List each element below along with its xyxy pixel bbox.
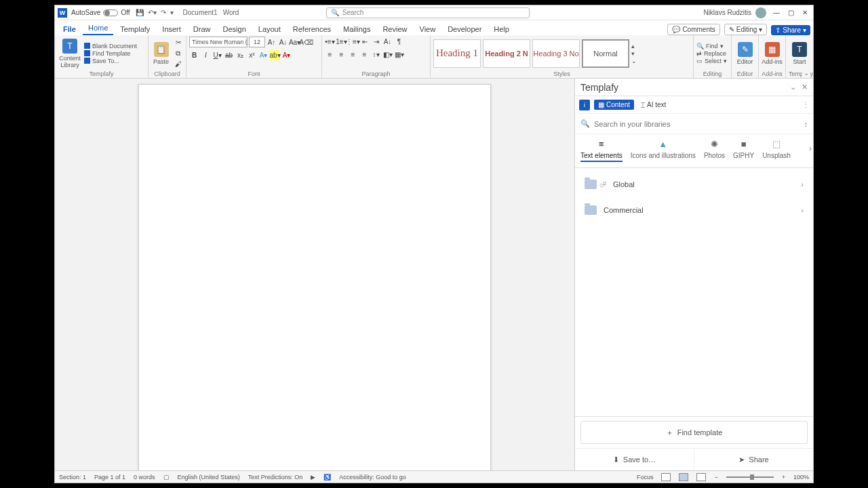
spellcheck-icon[interactable]: ▢ (163, 474, 170, 481)
close-button[interactable]: ✕ (802, 9, 808, 16)
italic-icon[interactable]: I (201, 50, 211, 60)
tab-draw[interactable]: Draw (188, 23, 216, 35)
print-layout-icon[interactable] (679, 473, 688, 481)
minimize-button[interactable]: — (773, 9, 780, 16)
collapse-ribbon-icon[interactable]: ⌄ (802, 69, 810, 77)
change-case-icon[interactable]: Aa▾ (290, 37, 300, 47)
folder-global[interactable]: ⮰ Global › (579, 172, 809, 197)
web-layout-icon[interactable] (696, 473, 706, 481)
zoom-level[interactable]: 100% (793, 474, 809, 481)
tab-mailings[interactable]: Mailings (338, 23, 376, 35)
replace-button[interactable]: ⇄Replace (696, 50, 727, 57)
find-button[interactable]: 🔍Find▾ (696, 43, 727, 49)
tab-file[interactable]: File (58, 23, 81, 35)
blank-document-button[interactable]: Blank Document (84, 43, 137, 49)
font-size-select[interactable]: 12 (249, 37, 265, 47)
addins-button[interactable]: ▦Add-ins (762, 38, 783, 69)
sort-icon[interactable]: ↕ (804, 120, 808, 128)
align-right-icon[interactable]: ≡ (348, 49, 358, 60)
content-library-button[interactable]: T Content Library (58, 38, 82, 69)
increase-indent-icon[interactable]: ⇥ (371, 37, 381, 47)
line-spacing-icon[interactable]: ↕▾ (371, 49, 381, 60)
underline-icon[interactable]: U▾ (212, 50, 222, 60)
focus-mode-button[interactable]: Focus (637, 474, 654, 481)
tab-design[interactable]: Design (218, 23, 252, 35)
info-icon[interactable]: i (579, 100, 590, 110)
status-accessibility[interactable]: Accessibility: Good to go (339, 474, 406, 481)
zoom-slider[interactable] (726, 476, 774, 478)
subscript-icon[interactable]: x₂ (235, 50, 245, 60)
page[interactable] (138, 84, 491, 470)
select-button[interactable]: ▭Select▾ (696, 58, 727, 64)
save-to-button[interactable]: Save To... (84, 58, 137, 64)
ai-text-segment[interactable]: ⌶AI text (638, 100, 669, 110)
share-button[interactable]: ⇪Share▾ (771, 25, 810, 35)
maximize-button[interactable]: ▢ (788, 9, 794, 16)
status-predictions[interactable]: Text Predictions: On (248, 474, 303, 481)
zoom-out-icon[interactable]: − (714, 474, 717, 481)
tab-references[interactable]: References (288, 23, 336, 35)
font-color-icon[interactable]: A▾ (281, 50, 292, 60)
tab-photos[interactable]: ✺ Photos (700, 138, 729, 159)
borders-icon[interactable]: ▦▾ (394, 49, 404, 60)
pane-share-button[interactable]: ➤ Share (694, 449, 813, 470)
grow-font-icon[interactable]: A↑ (267, 37, 277, 47)
find-template-button[interactable]: Find Template (84, 50, 137, 57)
autosave-toggle[interactable]: AutoSave Off (71, 9, 130, 16)
tab-icons-illustrations[interactable]: ▲ Icons and illustrations (627, 138, 700, 159)
styles-gallery-more[interactable]: ▴▾⌄ (631, 43, 637, 64)
tab-home[interactable]: Home (83, 22, 113, 35)
tab-help[interactable]: Help (488, 23, 515, 35)
status-section[interactable]: Section: 1 (59, 474, 86, 481)
status-words[interactable]: 0 words (134, 474, 155, 481)
cut-icon[interactable]: ✂ (173, 37, 183, 47)
style-heading2[interactable]: Heading 2 N (483, 39, 530, 68)
highlight-icon[interactable]: ab▾ (270, 50, 280, 60)
style-heading1[interactable]: Heading 1 (433, 39, 481, 68)
qat-more-icon[interactable]: ▾ (170, 9, 174, 16)
superscript-icon[interactable]: x² (247, 50, 257, 60)
clear-format-icon[interactable]: A⌫ (301, 37, 311, 47)
undo-icon[interactable]: ↶▾ (148, 9, 157, 16)
align-center-icon[interactable]: ≡ (336, 49, 347, 60)
tab-review[interactable]: Review (377, 23, 412, 35)
numbering-icon[interactable]: 1≡▾ (336, 37, 347, 47)
status-language[interactable]: English (United States) (178, 474, 240, 481)
editing-mode-button[interactable]: ✎Editing▾ (724, 24, 768, 35)
bullets-icon[interactable]: •≡▾ (325, 37, 335, 47)
tab-view[interactable]: View (414, 23, 441, 35)
save-icon[interactable]: 💾 (136, 9, 144, 16)
text-effects-icon[interactable]: A▾ (258, 50, 269, 60)
justify-icon[interactable]: ≡ (359, 49, 370, 60)
font-name-select[interactable]: Times New Roman (Headings) (189, 37, 248, 47)
comments-button[interactable]: 💬Comments (667, 24, 719, 35)
editor-button[interactable]: ✎Editor (734, 38, 755, 69)
status-page[interactable]: Page 1 of 1 (94, 474, 125, 481)
shrink-font-icon[interactable]: A↓ (278, 37, 288, 47)
shading-icon[interactable]: ◧▾ (382, 49, 393, 60)
search-box[interactable]: 🔍 Search (326, 7, 530, 18)
find-template-button[interactable]: ＋ Find template (580, 421, 808, 444)
templafy-start-button[interactable]: TStart (789, 38, 810, 69)
style-normal[interactable]: Normal (582, 39, 629, 68)
folder-commercial[interactable]: Commercial › (579, 198, 809, 222)
show-marks-icon[interactable]: ¶ (394, 37, 404, 47)
tab-text-elements[interactable]: ≡ Text elements (576, 138, 627, 162)
tab-unsplash[interactable]: ⬚ Unsplash (758, 138, 795, 159)
style-heading3[interactable]: Heading 3 No (532, 39, 580, 68)
zoom-in-icon[interactable]: + (782, 474, 785, 481)
pane-save-to-button[interactable]: ⬇ Save to… (575, 449, 694, 470)
macro-icon[interactable]: ▶ (311, 474, 315, 481)
tab-insert[interactable]: Insert (157, 23, 186, 35)
pane-close-icon[interactable]: ✕ (802, 83, 808, 92)
sort-icon[interactable]: A↓ (382, 37, 393, 47)
tab-developer[interactable]: Developer (442, 23, 487, 35)
user-account[interactable]: Niklavs Rudzitis (703, 7, 766, 18)
tabs-next-icon[interactable]: › (809, 144, 812, 153)
multilevel-icon[interactable]: ⋮≡▾ (348, 37, 358, 47)
pane-more-icon[interactable]: ⋮ (802, 101, 809, 108)
library-search-input[interactable] (594, 120, 800, 128)
content-segment[interactable]: ▦Content (594, 100, 634, 110)
pane-collapse-icon[interactable]: ⌄ (790, 83, 796, 92)
paste-button[interactable]: 📋 Paste (151, 38, 171, 69)
